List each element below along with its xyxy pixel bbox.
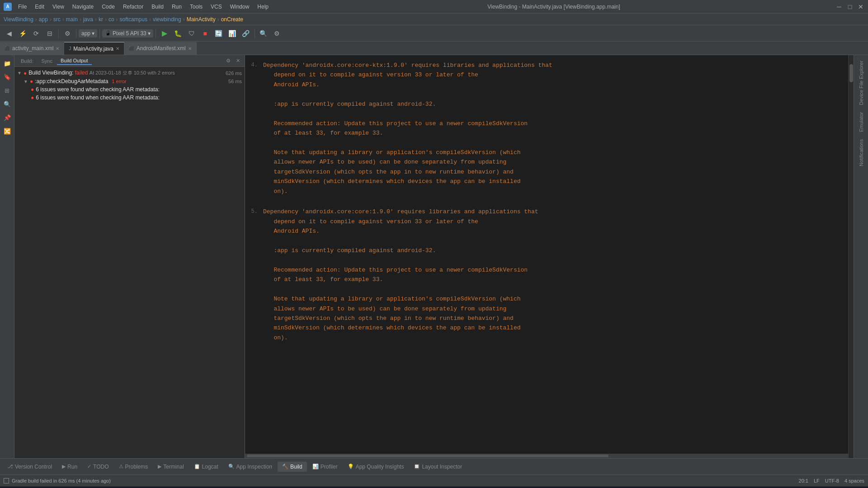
tab-activity-main[interactable]: ⬛ activity_main.xml ✕ xyxy=(0,42,64,55)
build-root-item[interactable]: ▼ ● Build ViewBinding: failed At 2023-01… xyxy=(14,69,245,77)
build-variants-icon[interactable]: 🔀 xyxy=(1,125,14,137)
editor-area: 4. Dependency 'androidx.core:core-ktx:1.… xyxy=(245,55,848,458)
breadcrumb-mainactivity[interactable]: MainActivity xyxy=(187,16,216,23)
device-selector[interactable]: 📱 Pixel 5 API 33 ▾ xyxy=(102,29,153,38)
build-tab-output[interactable]: Build Output xyxy=(57,57,92,65)
breadcrumb-main[interactable]: main xyxy=(66,16,78,23)
horizontal-scrollbar[interactable] xyxy=(245,454,848,458)
collapse-btn[interactable]: ⊟ xyxy=(43,27,56,40)
menu-view[interactable]: View xyxy=(49,3,68,11)
forward-btn[interactable]: ⚡ xyxy=(16,27,29,40)
code-text-5: Dependency 'androidx.core:core:1.9.0' re… xyxy=(263,207,538,343)
back-btn[interactable]: ◀ xyxy=(3,27,15,40)
tab-terminal[interactable]: ▶ Terminal xyxy=(153,462,188,472)
window-title: ViewBinding - MainActivity.java [ViewBin… xyxy=(487,4,620,10)
build-icon: 🔨 xyxy=(282,464,288,469)
breadcrumb-oncreate[interactable]: onCreate xyxy=(221,16,243,23)
code-content[interactable]: 4. Dependency 'androidx.core:core-ktx:1.… xyxy=(245,55,848,454)
find-icon[interactable]: 🔍 xyxy=(1,98,14,110)
tab-close-activity-main[interactable]: ✕ xyxy=(56,46,59,51)
menu-run[interactable]: Run xyxy=(168,3,185,11)
tab-app-inspection[interactable]: 🔍 App Inspection xyxy=(224,462,277,472)
error-label-1: 6 issues were found when checking AAR me… xyxy=(36,86,160,93)
sync-gradle-btn[interactable]: 🔄 xyxy=(212,27,225,40)
tab-todo-label: TODO xyxy=(93,464,108,470)
menu-help[interactable]: Help xyxy=(254,3,272,11)
menu-navigate[interactable]: Navigate xyxy=(69,3,97,11)
menu-edit[interactable]: Edit xyxy=(31,3,48,11)
menu-vcs[interactable]: VCS xyxy=(207,3,226,11)
tab-version-control[interactable]: ⎇ Version Control xyxy=(3,462,57,472)
h-scroll-thumb[interactable] xyxy=(247,455,609,457)
tab-close-mainactivity[interactable]: ✕ xyxy=(116,46,119,51)
line-ending[interactable]: LF xyxy=(814,478,820,483)
close-panel-btn[interactable]: ✕ xyxy=(234,57,242,65)
tab-todo[interactable]: ✓ TODO xyxy=(83,462,113,472)
tab-mainactivity[interactable]: J MainActivity.java ✕ xyxy=(64,42,124,55)
breadcrumb-java[interactable]: java xyxy=(83,16,93,23)
minimize-button[interactable]: ─ xyxy=(835,3,843,10)
stop-button[interactable]: ■ xyxy=(199,27,212,40)
gradle-checkbox[interactable] xyxy=(4,478,9,483)
build-child-item[interactable]: ▼ ● :app:checkDebugAarMetadata 1 error 5… xyxy=(14,77,245,85)
vertical-scrollbar[interactable] xyxy=(848,55,854,458)
menu-build[interactable]: Build xyxy=(148,3,167,11)
structure-icon[interactable]: ⊞ xyxy=(1,84,14,97)
menu-tools[interactable]: Tools xyxy=(186,3,206,11)
tab-problems[interactable]: ⚠ Problems xyxy=(114,462,153,472)
v-scroll-thumb[interactable] xyxy=(849,64,853,82)
profile-btn[interactable]: 📊 xyxy=(226,27,239,40)
build-tab-build[interactable]: Build: xyxy=(17,57,37,65)
cursor-position[interactable]: 20:1 xyxy=(799,478,808,483)
error-item-2[interactable]: ● 6 issues were found when checking AAR … xyxy=(14,94,245,102)
tab-label-activity-main: activity_main.xml xyxy=(12,45,53,52)
breadcrumb-co[interactable]: co xyxy=(108,16,114,23)
tab-layout-inspector[interactable]: 🔲 Layout Inspector xyxy=(409,462,467,472)
todo-icon: ✓ xyxy=(87,464,91,469)
attach-btn[interactable]: 🔗 xyxy=(240,27,252,40)
breadcrumb-kr[interactable]: kr xyxy=(99,16,103,23)
tab-close-androidmanifest[interactable]: ✕ xyxy=(188,46,192,51)
sync-btn[interactable]: ⟳ xyxy=(30,27,42,40)
settings-btn[interactable]: ⚙ xyxy=(61,27,74,40)
error-item-1[interactable]: ● 6 issues were found when checking AAR … xyxy=(14,85,245,94)
pin-icon[interactable]: 📌 xyxy=(1,111,14,124)
menu-window[interactable]: Window xyxy=(226,3,253,11)
indent-label[interactable]: 4 spaces xyxy=(844,478,864,483)
maximize-button[interactable]: □ xyxy=(846,3,854,10)
tab-label-mainactivity: MainActivity.java xyxy=(73,46,113,52)
build-child-badge: 1 error xyxy=(112,79,126,84)
search-everywhere-btn[interactable]: 🔍 xyxy=(257,27,270,40)
coverage-button[interactable]: 🛡 xyxy=(185,27,198,40)
tab-app-quality-label: App Quality Insights xyxy=(356,464,404,470)
bookmark-icon[interactable]: 🔖 xyxy=(1,70,14,83)
device-file-explorer-label[interactable]: Device File Explorer xyxy=(858,57,865,108)
emulator-label[interactable]: Emulator xyxy=(858,108,865,136)
debug-button[interactable]: 🐛 xyxy=(172,27,184,40)
breadcrumb-app[interactable]: app xyxy=(39,16,48,23)
build-tab-sync[interactable]: Sync xyxy=(38,57,56,65)
tab-run[interactable]: ▶ Run xyxy=(57,462,82,472)
tab-profiler[interactable]: 📊 Profiler xyxy=(308,462,342,472)
error-icon-root: ● xyxy=(24,70,27,76)
tab-app-quality[interactable]: 💡 App Quality Insights xyxy=(343,462,409,472)
tab-androidmanifest[interactable]: ⬛ AndroidManifest.xml ✕ xyxy=(124,42,197,55)
breadcrumb-viewbinding-pkg[interactable]: viewbinding xyxy=(153,16,181,23)
line-number-4: 4. xyxy=(245,61,263,70)
settings-gear-btn[interactable]: ⚙ xyxy=(271,27,283,40)
menu-file[interactable]: File xyxy=(14,3,30,11)
menu-code[interactable]: Code xyxy=(98,3,118,11)
app-selector[interactable]: app ▾ xyxy=(79,29,97,38)
close-button[interactable]: ✕ xyxy=(857,3,864,10)
tab-build[interactable]: 🔨 Build xyxy=(278,462,307,472)
project-icon[interactable]: 📁 xyxy=(1,57,14,70)
breadcrumb-viewbinding[interactable]: ViewBinding xyxy=(4,16,33,23)
breadcrumb-src[interactable]: src xyxy=(53,16,61,23)
menu-refactor[interactable]: Refactor xyxy=(119,3,147,11)
run-button[interactable]: ▶ xyxy=(158,27,171,40)
settings-panel-btn[interactable]: ⚙ xyxy=(224,57,232,65)
file-charset[interactable]: UTF-8 xyxy=(825,478,839,483)
notifications-label[interactable]: Notifications xyxy=(858,136,865,170)
breadcrumb-softcampus[interactable]: softcampus xyxy=(120,16,147,23)
tab-logcat[interactable]: 📋 Logcat xyxy=(189,462,223,472)
